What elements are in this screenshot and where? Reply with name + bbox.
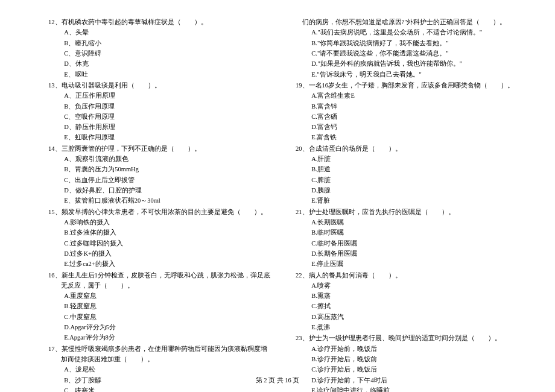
option-b: B.熏蒸 [296,291,519,301]
option-a: A.长期医嘱 [296,217,519,227]
question-16: 16、新生儿生后1分钟检查，皮肤苍白，无呼吸和心跳，肌张力松弛，弹足底无反应，属… [48,270,271,343]
option-d: D.Apgar评分为5分 [48,322,271,332]
option-a: A、头晕 [48,27,271,37]
question-stem: 22、病人的餐具如何消毒（ ）。 [296,270,519,280]
option-e: E.肾脏 [296,195,519,206]
question-19: 19、一名16岁女生，个子矮，胸部未发育，应该多食用哪类食物（ ）。 A.富含维… [296,80,519,143]
option-c: C.中度窒息 [48,312,271,322]
question-22: 22、病人的餐具如何消毒（ ）。 A.喷雾 B.熏蒸 C.擦拭 D.高压蒸汽 E… [296,270,519,333]
option-a: A.影响铁的摄入 [48,217,271,227]
option-b: B、胃囊的压力为50mmHg [48,164,271,174]
option-a: A、正压作用原理 [48,90,271,101]
question-stem: 23、护士为一级护理患者行晨、晚间护理的适宜时间分别是（ ）。 [296,333,519,343]
option-b: B.富含锌 [296,101,519,112]
question-stem: 13、电动吸引器吸痰是利用（ ）。 [48,80,271,90]
question-stem: 19、一名16岁女生，个子矮，胸部未发育，应该多食用哪类食物（ ）。 [296,80,519,90]
option-c: C."请不要跟我说这些，你不能透露这些消息。" [296,48,519,58]
option-a: A.重度窒息 [48,291,271,301]
option-e: E."告诉我床号，明天我自己去看她。" [296,69,519,80]
option-d: D.高压蒸汽 [296,312,519,322]
option-b: B、负压作用原理 [48,101,271,112]
option-c: C.擦拭 [296,301,519,311]
option-c: C、意识障碍 [48,48,271,58]
left-column: 12、有机磷农药中毒引起的毒蕈碱样症状是（ ）。 A、头晕 B、瞳孔缩小 C、意… [48,17,271,392]
option-e: E.停止医嘱 [296,259,519,269]
question-20: 20、合成清蛋白的场所是（ ）。 A.肝脏 B.胆道 C.脾脏 D.胰腺 E.肾… [296,144,519,206]
page-content: 12、有机磷农药中毒引起的毒蕈碱样症状是（ ）。 A、头晕 B、瞳孔缩小 C、意… [0,0,555,392]
option-c: C.临时备用医嘱 [296,238,519,248]
question-stem: 21、护士处理医嘱时，应首先执行的医嘱是（ ）。 [296,207,519,217]
option-e: E、呕吐 [48,69,271,80]
question-stem: 15、频发早搏的心律失常患者，不可饮用浓茶的目的主要是避免（ ）。 [48,207,271,217]
option-d: D.富含钙 [296,122,519,132]
question-13: 13、电动吸引器吸痰是利用（ ）。 A、正压作用原理 B、负压作用原理 C、空吸… [48,80,271,143]
option-a: A、观察引流液的颜色 [48,154,271,164]
option-c: C.诊疗开始后，晚饭后 [296,364,519,375]
question-stem: 们的病房，你想不想知道是啥原因?"外科护士的正确回答是（ ）。 [296,17,519,27]
option-d: D、休克 [48,58,271,69]
option-d: D.胰腺 [296,185,519,195]
option-a: A."我们去病房说吧，这里是公众场所，不适合讨论病情。" [296,27,519,37]
option-d: D、做好鼻腔、口腔的护理 [48,185,271,195]
question-stem: 16、新生儿生后1分钟检查，皮肤苍白，无呼吸和心跳，肌张力松弛，弹足底无反应，属… [48,270,271,291]
option-d: D、静压作用原理 [48,122,271,132]
question-stem: 17、某慢性呼吸衰竭痰多的患者，在使用哪种药物后可能因为痰液黏稠度增加而使排痰困… [48,344,271,365]
option-e: E、虹吸作用原理 [48,132,271,142]
question-stem: 12、有机磷农药中毒引起的毒蕈碱样症状是（ ）。 [48,17,271,27]
right-column: 们的病房，你想不想知道是啥原因?"外科护士的正确回答是（ ）。 A."我们去病房… [296,17,519,392]
option-d: D."如果是外科的疾病就告诉我，我也许能帮助你。" [296,58,519,69]
option-a: A.喷雾 [296,280,519,291]
question-12: 12、有机磷农药中毒引起的毒蕈碱样症状是（ ）。 A、头晕 B、瞳孔缩小 C、意… [48,17,271,80]
option-a: A.富含维生素E [296,90,519,101]
question-15: 15、频发早搏的心律失常患者，不可饮用浓茶的目的主要是避免（ ）。 A.影响铁的… [48,207,271,270]
question-18-continued: 们的病房，你想不想知道是啥原因?"外科护士的正确回答是（ ）。 A."我们去病房… [296,17,519,80]
option-c: C.富含硒 [296,112,519,122]
option-d: D.过多K+的摄入 [48,248,271,259]
option-c: C、出血停止后立即拔管 [48,175,271,185]
question-stem: 20、合成清蛋白的场所是（ ）。 [296,144,519,154]
option-c: C、空吸作用原理 [48,112,271,122]
option-b: B.胆道 [296,164,519,174]
question-stem: 14、三腔两囊管的护理，下列不正确的是（ ）。 [48,144,271,154]
question-14: 14、三腔两囊管的护理，下列不正确的是（ ）。 A、观察引流液的颜色 B、胃囊的… [48,144,271,206]
option-b: B.临时医嘱 [296,227,519,238]
option-d: D.长期备用医嘱 [296,248,519,259]
question-21: 21、护士处理医嘱时，应首先执行的医嘱是（ ）。 A.长期医嘱 B.临时医嘱 C… [296,207,519,270]
option-b: B."你简单跟我说说病情好了，我不能去看她。" [296,38,519,48]
page-footer: 第 2 页 共 16 页 [0,376,555,385]
option-c: C、呋塞米 [48,385,271,392]
option-e: E.煮沸 [296,322,519,332]
option-b: B、瞳孔缩小 [48,38,271,48]
option-a: A.诊疗开始前，晚饭后 [296,344,519,354]
option-c: C.过多咖啡因的摄入 [48,238,271,248]
option-a: A、泼尼松 [48,364,271,375]
option-e: E、拔管前口服液状石蜡20～30ml [48,195,271,206]
option-b: B.过多液体的摄入 [48,227,271,238]
option-e: E.Apgar评分为8分 [48,332,271,343]
option-b: B.轻度窒息 [48,301,271,311]
option-b: B.诊疗开始后，晚饭前 [296,354,519,364]
option-e: E.诊疗间隙中进行，临睡前 [296,385,519,392]
option-e: E.过多ca2+的摄入 [48,259,271,269]
option-e: E.富含铁 [296,132,519,142]
option-a: A.肝脏 [296,154,519,164]
option-c: C.脾脏 [296,175,519,185]
